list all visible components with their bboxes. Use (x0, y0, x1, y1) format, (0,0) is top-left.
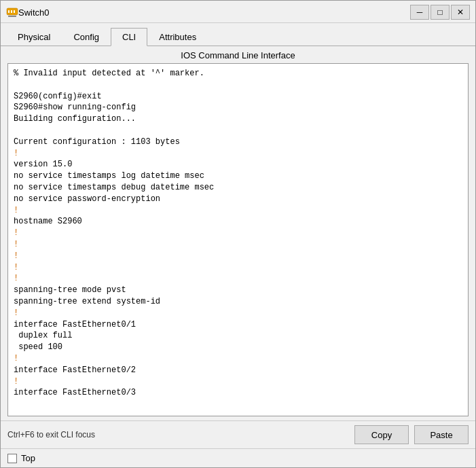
cli-hint: Ctrl+F6 to exit CLI focus (7, 430, 349, 439)
svg-rect-4 (8, 16, 16, 17)
footer: Top (1, 448, 475, 467)
tab-attributes[interactable]: Attributes (147, 28, 208, 46)
top-checkbox[interactable] (7, 454, 17, 463)
cli-container: % Invalid input detected at '^' marker. … (7, 63, 469, 416)
minimize-button[interactable]: ─ (410, 5, 429, 20)
svg-rect-3 (14, 10, 15, 13)
window-controls: ─ □ ✕ (410, 5, 470, 20)
svg-rect-2 (11, 10, 12, 13)
titlebar: Switch0 ─ □ ✕ (1, 1, 475, 23)
cli-output[interactable]: % Invalid input detected at '^' marker. … (8, 64, 468, 416)
close-button[interactable]: ✕ (451, 5, 470, 20)
section-title: IOS Command Line Interface (7, 50, 469, 60)
main-content: IOS Command Line Interface % Invalid inp… (1, 46, 475, 420)
tab-bar: Physical Config CLI Attributes (1, 23, 475, 46)
copy-button[interactable]: Copy (354, 425, 409, 444)
maximize-button[interactable]: □ (431, 5, 450, 20)
paste-button[interactable]: Paste (414, 425, 469, 444)
top-label: Top (21, 453, 35, 463)
tab-config[interactable]: Config (62, 28, 111, 46)
bottom-bar: Ctrl+F6 to exit CLI focus Copy Paste (1, 420, 475, 448)
tab-physical[interactable]: Physical (6, 28, 62, 46)
svg-rect-1 (8, 10, 10, 13)
app-icon (6, 6, 18, 18)
window-title: Switch0 (18, 7, 410, 18)
window: Switch0 ─ □ ✕ Physical Config CLI Attrib… (0, 0, 476, 468)
tab-cli[interactable]: CLI (111, 28, 147, 46)
